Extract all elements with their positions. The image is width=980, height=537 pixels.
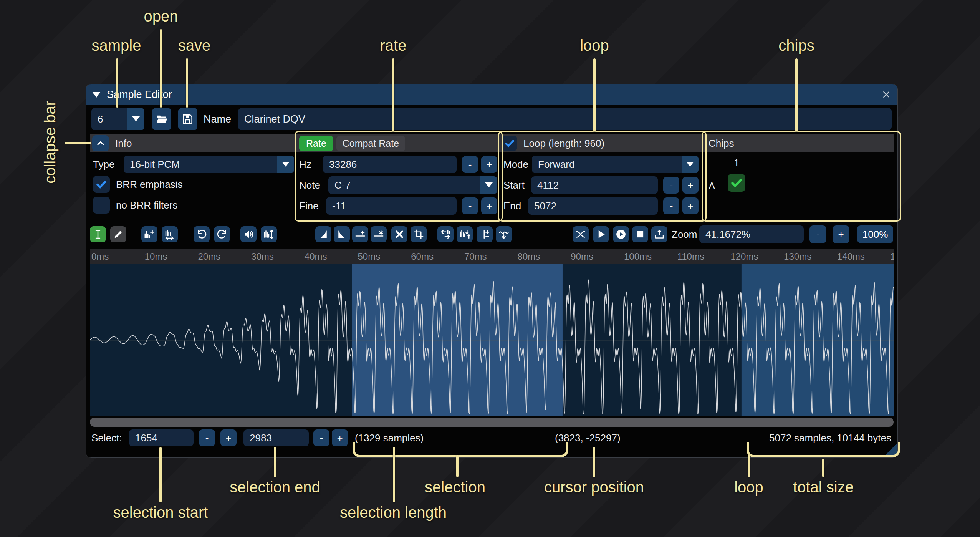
save-button[interactable] bbox=[178, 108, 197, 130]
waveform-scrollbar[interactable] bbox=[90, 418, 894, 427]
annotation-chips: chips bbox=[778, 37, 814, 54]
loop-start-value: 4112 bbox=[537, 179, 559, 191]
hz-increment-button[interactable]: + bbox=[481, 156, 497, 173]
fine-input[interactable]: -11 bbox=[326, 197, 457, 215]
annotation-line-collapse-bar bbox=[65, 142, 91, 144]
annotation-open: open bbox=[144, 8, 178, 25]
amplify-button[interactable] bbox=[240, 226, 257, 242]
sign-button[interactable] bbox=[477, 226, 493, 242]
annotation-rate: rate bbox=[380, 37, 407, 54]
annotation-line-selection-end bbox=[274, 447, 276, 477]
chevron-down-icon[interactable] bbox=[480, 176, 497, 194]
selection-start-increment-button[interactable]: + bbox=[220, 429, 237, 446]
annotation-line-save bbox=[186, 58, 188, 108]
loop-panel: Loop (length: 960) Mode Forward Start 41… bbox=[500, 134, 703, 218]
annotation-save: save bbox=[178, 37, 211, 54]
loop-start-input[interactable]: 4112 bbox=[531, 176, 658, 194]
filter-button[interactable] bbox=[496, 226, 512, 242]
waveform-view[interactable] bbox=[90, 264, 894, 416]
select-button[interactable] bbox=[90, 226, 106, 242]
loop-start-decrement-button[interactable]: - bbox=[663, 177, 679, 194]
tab-rate[interactable]: Rate bbox=[299, 136, 333, 151]
selection-end-increment-button[interactable]: + bbox=[332, 429, 348, 446]
window-titlebar[interactable]: Sample Editor bbox=[86, 84, 897, 105]
preview-loop-button[interactable] bbox=[613, 226, 629, 242]
zoom-input[interactable]: 41.1672% bbox=[699, 225, 804, 243]
loop-start-increment-button[interactable]: + bbox=[682, 177, 699, 194]
annotation-selection-start: selection start bbox=[113, 504, 208, 521]
open-button[interactable] bbox=[152, 108, 171, 130]
chevron-down-icon[interactable] bbox=[682, 156, 699, 173]
delete-button[interactable] bbox=[391, 226, 407, 242]
fade-out-button[interactable] bbox=[334, 226, 350, 242]
chip-enable-checkbox[interactable] bbox=[728, 174, 745, 192]
ruler-tick: 140ms bbox=[837, 249, 865, 264]
hz-input[interactable]: 33286 bbox=[323, 156, 457, 173]
loop-mode-dropdown[interactable]: Forward bbox=[532, 156, 699, 173]
chevron-down-icon[interactable] bbox=[127, 108, 144, 130]
fade-in-button[interactable] bbox=[315, 226, 331, 242]
collapse-triangle-icon[interactable] bbox=[92, 92, 101, 98]
annotation-loop-bottom: loop bbox=[734, 479, 763, 496]
note-dropdown[interactable]: C-7 bbox=[328, 176, 497, 194]
loop-end-input[interactable]: 5072 bbox=[528, 197, 658, 215]
chevron-down-icon[interactable] bbox=[277, 156, 294, 173]
type-label: Type bbox=[93, 159, 114, 171]
preview-button[interactable] bbox=[593, 226, 609, 242]
zoom-out-button[interactable]: - bbox=[809, 225, 826, 243]
save-floppy-icon bbox=[182, 113, 194, 125]
insert-silence-button[interactable] bbox=[352, 226, 368, 242]
import-button[interactable] bbox=[651, 226, 667, 242]
info-panel: Info Type 16-bit PCM BRR emphasisno BRR … bbox=[90, 134, 296, 218]
reverse-icon bbox=[440, 229, 451, 240]
checkbox-brr-emphasis[interactable] bbox=[93, 176, 110, 193]
crossfade-button[interactable] bbox=[573, 226, 589, 242]
invert-button[interactable] bbox=[457, 226, 473, 242]
mode-label: Mode bbox=[503, 159, 528, 171]
trim-button[interactable] bbox=[411, 226, 427, 242]
sample-name-input[interactable]: Clarinet DQV bbox=[238, 108, 892, 130]
ruler-tick: 110ms bbox=[677, 249, 704, 264]
selection-start-decrement-button[interactable]: - bbox=[199, 429, 215, 446]
normalize-button[interactable] bbox=[261, 226, 277, 242]
ruler-tick: 40ms bbox=[305, 249, 327, 264]
checkbox-label-no-brr-filters: no BRR filters bbox=[116, 199, 177, 211]
chip-row-label: A bbox=[709, 177, 715, 195]
annotation-line-cursor-position bbox=[593, 447, 595, 477]
sample-selector[interactable]: 6 bbox=[91, 108, 144, 130]
selection-end-decrement-button[interactable]: - bbox=[313, 429, 329, 446]
chevron-up-icon bbox=[96, 138, 106, 148]
fine-decrement-button[interactable]: - bbox=[462, 197, 478, 214]
resample-button[interactable] bbox=[162, 226, 178, 242]
selection-end-input[interactable]: 2983 bbox=[243, 429, 309, 446]
checkbox-no-brr-filters[interactable] bbox=[93, 197, 110, 214]
type-value: 16-bit PCM bbox=[130, 159, 180, 171]
close-icon[interactable] bbox=[881, 89, 892, 100]
selection-end-value: 2983 bbox=[250, 432, 272, 444]
undo-button[interactable] bbox=[194, 226, 210, 242]
chips-header: Chips bbox=[709, 138, 734, 149]
invert-icon bbox=[459, 229, 470, 240]
hz-decrement-button[interactable]: - bbox=[462, 156, 478, 173]
zoom-in-button[interactable]: + bbox=[833, 225, 849, 243]
selection-start-input[interactable]: 1654 bbox=[129, 429, 194, 446]
silence-button[interactable] bbox=[371, 226, 387, 242]
fine-increment-button[interactable]: + bbox=[481, 197, 497, 214]
loop-end-increment-button[interactable]: + bbox=[682, 197, 699, 214]
loop-end-decrement-button[interactable]: - bbox=[663, 197, 679, 214]
redo-button[interactable] bbox=[214, 226, 230, 242]
type-dropdown[interactable]: 16-bit PCM bbox=[124, 156, 294, 173]
draw-button[interactable] bbox=[110, 226, 126, 242]
zoom-reset-button[interactable]: 100% bbox=[857, 225, 893, 243]
collapse-bar-button[interactable] bbox=[92, 135, 109, 151]
loop-enable-checkbox[interactable] bbox=[502, 136, 517, 151]
annotation-cursor-position: cursor position bbox=[544, 479, 644, 496]
sample-number: 6 bbox=[98, 113, 103, 125]
waveform-canvas[interactable] bbox=[90, 264, 894, 416]
annotation-line-sample bbox=[116, 58, 118, 108]
stop-button[interactable] bbox=[632, 226, 648, 242]
tab-compat-rate[interactable]: Compat Rate bbox=[336, 136, 405, 151]
resize-button[interactable] bbox=[141, 226, 157, 242]
reverse-button[interactable] bbox=[437, 226, 454, 242]
filter-icon bbox=[498, 229, 510, 240]
